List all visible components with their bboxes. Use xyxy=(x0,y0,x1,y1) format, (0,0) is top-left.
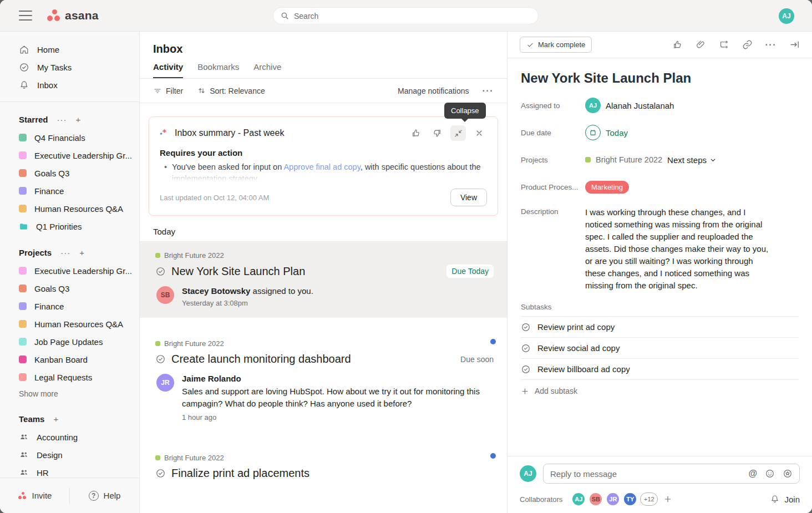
emoji-icon[interactable] xyxy=(765,469,775,479)
marketing-tag[interactable]: Marketing xyxy=(585,181,629,194)
filter-button[interactable]: Filter xyxy=(153,87,183,95)
sidebar-item-project[interactable]: Goals Q3 xyxy=(0,280,139,297)
starred-section: Starred ··· + Q4 Financials Executive Le… xyxy=(0,110,139,235)
tab-archive[interactable]: Archive xyxy=(253,62,281,78)
project-color-dot xyxy=(19,338,27,346)
projects-add-icon[interactable]: + xyxy=(79,248,85,257)
sidebar-item-project[interactable]: Legal Requests xyxy=(0,368,139,386)
subtask-check-icon[interactable] xyxy=(521,343,531,353)
task-title[interactable]: New York Site Launch Plan xyxy=(171,265,305,278)
notification-item[interactable]: Bright Future 2022 Finalize print ad pla… xyxy=(140,444,507,490)
collapse-pane-button[interactable] xyxy=(789,39,800,50)
collaborator-avatar[interactable]: SB xyxy=(588,492,603,506)
more-options-icon[interactable]: ··· xyxy=(483,86,494,96)
thumbs-up-button[interactable] xyxy=(408,125,424,141)
reply-input[interactable] xyxy=(550,469,740,479)
collaborator-avatar[interactable]: JR xyxy=(606,492,620,506)
sidebar-item-project[interactable]: Executive Leadership Gr... xyxy=(0,262,139,280)
team-icon xyxy=(19,450,29,460)
description-text[interactable]: I was working through these changes, and… xyxy=(585,206,773,292)
starred-add-icon[interactable]: + xyxy=(76,115,82,124)
view-button[interactable]: View xyxy=(450,189,487,206)
assignee-value[interactable]: AJ Alanah Justalanah xyxy=(585,98,674,113)
more-actions-icon[interactable]: ··· xyxy=(765,40,777,50)
sidebar-toggle-icon[interactable] xyxy=(19,11,32,21)
project-section-select[interactable]: Next steps xyxy=(667,155,717,165)
subtask-check-icon[interactable] xyxy=(521,364,531,374)
project-dot xyxy=(155,455,160,460)
thumbs-down-button[interactable] xyxy=(429,125,445,141)
subtask-row[interactable]: Review billboard ad copy xyxy=(521,359,799,380)
help-icon: ? xyxy=(89,491,99,501)
sidebar-item-project[interactable]: Job Page Updates xyxy=(0,333,139,351)
tab-bookmarks[interactable]: Bookmarks xyxy=(197,62,239,78)
collapse-button[interactable] xyxy=(450,125,466,141)
task-check-icon[interactable] xyxy=(155,354,166,364)
project-name[interactable]: Bright Future 2022 xyxy=(596,155,662,164)
add-collaborator-button[interactable] xyxy=(663,495,672,504)
projects-more-icon[interactable]: ··· xyxy=(60,248,70,257)
folder-icon xyxy=(19,222,28,231)
asana-wordmark: asana xyxy=(65,9,99,22)
like-button[interactable] xyxy=(672,39,683,50)
sort-button[interactable]: Sort: Relevance xyxy=(197,87,265,95)
task-title[interactable]: New York Site Launch Plan xyxy=(521,70,799,86)
collaborator-avatar[interactable]: AJ xyxy=(571,492,586,506)
mention-icon[interactable]: @ xyxy=(748,469,757,479)
invite-button[interactable]: Invite xyxy=(0,486,69,505)
sidebar-item-project[interactable]: Human Resources Q&A xyxy=(0,200,139,217)
link-button[interactable] xyxy=(742,39,753,50)
help-button[interactable]: ? Help xyxy=(70,486,139,505)
subtasks-button[interactable] xyxy=(719,39,729,50)
search-input[interactable] xyxy=(294,12,531,21)
sidebar-item-project[interactable]: Q1 Priorities xyxy=(0,217,139,235)
starred-more-icon[interactable]: ··· xyxy=(57,115,67,124)
user-avatar[interactable]: AJ xyxy=(779,8,794,24)
task-link[interactable]: Approve final ad copy xyxy=(283,162,360,171)
collaborator-avatar[interactable]: TY xyxy=(623,492,637,506)
appreciation-icon[interactable] xyxy=(783,469,793,479)
notification-item[interactable]: Bright Future 2022 Create launch monitor… xyxy=(140,330,507,432)
sidebar-item-project[interactable]: Finance xyxy=(0,182,139,200)
sidebar-item-project[interactable]: Goals Q3 xyxy=(0,164,139,182)
manage-notifications-link[interactable]: Manage notifications xyxy=(398,87,469,95)
asana-logo[interactable]: asana xyxy=(45,9,99,22)
sidebar-item-team[interactable]: HR xyxy=(0,464,139,478)
global-search[interactable] xyxy=(273,7,539,24)
collaborator-overflow-count[interactable]: +12 xyxy=(640,492,658,506)
summary-title: Inbox summary - Past week xyxy=(175,128,284,138)
task-title[interactable]: Finalize print ad placements xyxy=(171,467,309,480)
task-check-icon[interactable] xyxy=(155,266,166,277)
attach-button[interactable] xyxy=(696,39,706,50)
close-button[interactable] xyxy=(471,125,487,141)
sidebar-item-project[interactable]: Executive Leadership Gr... xyxy=(0,146,139,164)
subtask-row[interactable]: Review social ad copy xyxy=(521,338,799,359)
task-title[interactable]: Create launch monitoring dashboard xyxy=(171,353,351,365)
unread-dot[interactable] xyxy=(490,339,496,344)
sidebar-item-project[interactable]: Finance xyxy=(0,297,139,315)
reply-box[interactable]: @ xyxy=(543,464,800,484)
assignee-name: Alanah Justalanah xyxy=(606,101,674,110)
task-check-icon[interactable] xyxy=(155,468,166,479)
teams-add-icon[interactable]: + xyxy=(53,414,59,424)
subtask-row[interactable]: Review print ad copy xyxy=(521,317,799,338)
sidebar-item-project[interactable]: Human Resources Q&A xyxy=(0,315,139,333)
add-subtask-button[interactable]: Add subtask xyxy=(521,380,799,402)
sidebar-item-team[interactable]: Design xyxy=(0,446,139,464)
inbox-toolbar: Filter Sort: Relevance Manage notificati… xyxy=(140,79,507,103)
mark-complete-button[interactable]: Mark complete xyxy=(520,37,592,53)
project-color-dot xyxy=(19,134,27,141)
sidebar-item-inbox[interactable]: Inbox xyxy=(0,76,139,94)
sidebar-item-my-tasks[interactable]: My Tasks xyxy=(0,58,139,76)
unread-dot[interactable] xyxy=(490,453,496,459)
sidebar-item-project[interactable]: Kanban Board xyxy=(0,351,139,368)
subtask-check-icon[interactable] xyxy=(521,322,531,332)
sidebar-item-team[interactable]: Accounting xyxy=(0,428,139,446)
due-date-value[interactable]: Today xyxy=(585,125,628,140)
tab-activity[interactable]: Activity xyxy=(153,62,183,78)
sidebar-item-project[interactable]: Q4 Financials xyxy=(0,129,139,146)
join-button[interactable]: Join xyxy=(770,494,800,504)
show-more-link[interactable]: Show more xyxy=(0,386,139,402)
notification-item[interactable]: Bright Future 2022 New York Site Launch … xyxy=(140,242,507,318)
sidebar-item-home[interactable]: Home xyxy=(0,40,139,58)
